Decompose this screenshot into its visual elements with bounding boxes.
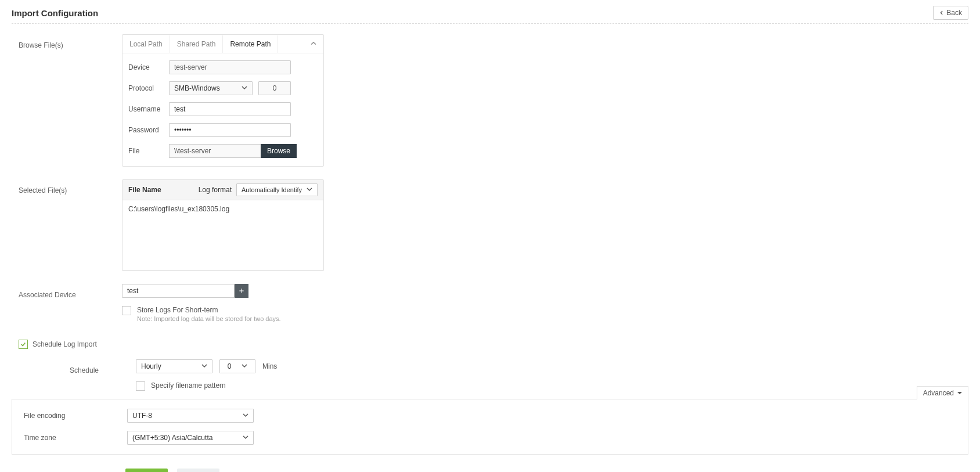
plus-icon: ＋: [237, 286, 246, 296]
collapse-icon[interactable]: [304, 35, 323, 53]
protocol-label: Protocol: [128, 84, 169, 92]
chevron-down-icon: [243, 434, 248, 442]
filename-pattern-label: Specify filename pattern: [151, 381, 226, 390]
selected-files-box: File Name Log format Automatically Ident…: [122, 179, 324, 271]
schedule-log-import-label: Schedule Log Import: [33, 340, 97, 348]
file-path-input[interactable]: [169, 144, 261, 158]
chevron-down-icon: [242, 362, 247, 370]
time-zone-select[interactable]: (GMT+5:30) Asia/Calcutta: [127, 431, 254, 445]
selected-files-label: Selected File(s): [19, 179, 122, 194]
back-button[interactable]: Back: [933, 6, 968, 20]
store-logs-label: Store Logs For Short-term: [137, 306, 281, 314]
page-title: Import Configuration: [12, 8, 98, 18]
password-label: Password: [128, 126, 169, 134]
username-label: Username: [128, 105, 169, 113]
chevron-down-icon: [242, 84, 247, 92]
log-format-select[interactable]: Automatically Identify: [236, 183, 318, 196]
device-input[interactable]: [169, 60, 291, 74]
file-label: File: [128, 147, 169, 155]
browse-box: Local Path Shared Path Remote Path Devic…: [122, 34, 324, 167]
add-device-button[interactable]: ＋: [235, 284, 248, 298]
file-encoding-value: UTF-8: [132, 412, 152, 420]
log-format-value: Automatically Identify: [242, 186, 302, 193]
schedule-log-import-checkbox[interactable]: [19, 340, 28, 349]
browse-button[interactable]: Browse: [261, 144, 297, 158]
browse-files-label: Browse File(s): [19, 34, 122, 49]
chevron-down-icon: [307, 186, 312, 193]
device-label: Device: [128, 63, 169, 71]
chevron-down-icon: [201, 362, 207, 370]
schedule-minutes-select[interactable]: 0: [219, 359, 255, 373]
protocol-select[interactable]: SMB-Windows: [169, 81, 253, 95]
associated-device-input[interactable]: [122, 284, 235, 298]
username-input[interactable]: [169, 102, 291, 116]
file-encoding-label: File encoding: [24, 412, 127, 420]
associated-device-label: Associated Device: [19, 284, 122, 299]
schedule-frequency-value: Hourly: [141, 362, 161, 370]
protocol-port-input[interactable]: [258, 81, 291, 95]
cancel-button[interactable]: cancel: [177, 469, 220, 472]
back-label: Back: [946, 9, 962, 17]
mins-label: Mins: [262, 362, 277, 370]
schedule-label: Schedule: [19, 359, 136, 374]
time-zone-label: Time zone: [24, 434, 127, 442]
time-zone-value: (GMT+5:30) Asia/Calcutta: [132, 434, 212, 442]
list-item: C:\users\logfiles\u_ex180305.log: [128, 205, 318, 213]
import-button[interactable]: Import: [125, 469, 168, 472]
store-logs-note: Note: Imported log data will be stored f…: [137, 315, 281, 322]
password-input[interactable]: [169, 123, 291, 137]
schedule-minutes-value: 0: [228, 362, 232, 370]
file-name-header: File Name: [128, 186, 161, 194]
filename-pattern-checkbox[interactable]: [136, 381, 145, 391]
chevron-down-icon: [243, 412, 248, 420]
advanced-label: Advanced: [923, 389, 954, 397]
tab-remote-path[interactable]: Remote Path: [223, 35, 278, 53]
store-logs-checkbox[interactable]: [122, 306, 131, 315]
advanced-panel: File encoding UTF-8 Time zone (GMT+5:30)…: [12, 399, 968, 455]
log-format-label: Log format: [199, 186, 232, 194]
file-encoding-select[interactable]: UTF-8: [127, 409, 254, 423]
caret-down-icon: [957, 389, 962, 397]
chevron-left-icon: [939, 9, 944, 17]
protocol-value: SMB-Windows: [174, 84, 220, 92]
tab-shared-path[interactable]: Shared Path: [170, 35, 224, 53]
schedule-frequency-select[interactable]: Hourly: [136, 359, 212, 373]
advanced-toggle[interactable]: Advanced: [917, 386, 968, 399]
tab-local-path[interactable]: Local Path: [123, 35, 170, 53]
